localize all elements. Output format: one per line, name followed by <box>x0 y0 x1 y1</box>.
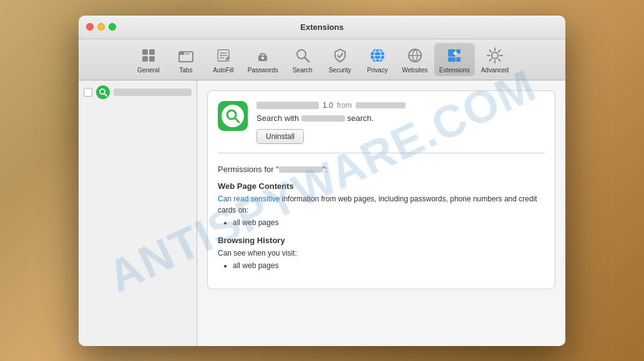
minimize-button[interactable] <box>97 23 105 31</box>
toolbar-item-privacy[interactable]: Privacy <box>359 43 396 76</box>
extension-search-bar <box>301 115 345 122</box>
desc-highlight-1: Can read sensitive <box>218 195 280 203</box>
search-with-text: Search with <box>256 113 299 123</box>
extensions-icon <box>444 46 464 65</box>
search-suffix: search. <box>347 113 374 123</box>
traffic-lights <box>86 23 116 31</box>
web-page-contents-title: Web Page Contents <box>218 181 545 191</box>
extension-header: 1.0 from Search with search. Uninstall <box>218 101 545 144</box>
svg-rect-5 <box>179 52 184 55</box>
toolbar-label-security: Security <box>329 67 351 74</box>
toolbar-label-privacy: Privacy <box>367 67 388 74</box>
divider <box>218 153 545 153</box>
extension-icon-inner <box>222 105 244 127</box>
main-window: Extensions General <box>79 16 565 346</box>
extension-from-bar <box>356 102 406 108</box>
toolbar-label-extensions: Extensions <box>439 67 470 74</box>
main-content: 1.0 from Search with search. Uninstall <box>197 80 565 346</box>
websites-icon <box>405 46 425 65</box>
svg-line-29 <box>104 94 107 96</box>
svg-point-12 <box>261 57 264 59</box>
web-page-contents-desc: Can read sensitive information from web … <box>218 193 545 216</box>
svg-point-27 <box>492 52 498 59</box>
extension-desc: Search with search. <box>256 113 545 123</box>
sidebar-extension-icon <box>96 85 110 99</box>
browsing-history-group: Browsing History Can see when you visit:… <box>218 236 545 270</box>
svg-rect-3 <box>149 56 155 62</box>
toolbar-item-search[interactable]: Search <box>285 43 321 76</box>
security-icon <box>330 46 350 65</box>
sidebar-item-name-bar <box>114 89 192 96</box>
svg-line-14 <box>305 57 309 62</box>
browsing-history-list-item: all web pages <box>233 261 545 270</box>
svg-rect-24 <box>456 57 461 62</box>
svg-line-31 <box>235 118 239 122</box>
extension-meta: 1.0 from <box>256 101 545 110</box>
toolbar-item-security[interactable]: Security <box>322 43 358 76</box>
extension-name-bar <box>256 102 319 109</box>
toolbar-item-passwords[interactable]: Passwords <box>243 43 283 76</box>
window-title: Extensions <box>300 22 343 32</box>
toolbar-label-advanced: Advanced <box>481 67 509 74</box>
extension-icon <box>218 101 248 131</box>
close-button[interactable] <box>86 23 94 31</box>
svg-rect-25 <box>448 57 456 62</box>
autofill-icon <box>213 46 233 65</box>
toolbar-label-general: General <box>137 67 160 74</box>
web-page-list-item: all web pages <box>233 218 545 227</box>
browsing-history-desc: Can see when you visit: <box>218 248 545 259</box>
browsing-history-title: Browsing History <box>218 236 545 245</box>
extension-version: 1.0 <box>323 101 333 110</box>
sidebar-toolbar <box>84 85 192 99</box>
svg-rect-1 <box>149 49 155 55</box>
maximize-button[interactable] <box>109 23 116 31</box>
permissions-for-bar <box>279 166 323 173</box>
svg-rect-2 <box>142 56 148 62</box>
permissions-for-prefix: Permissions for " <box>218 165 279 174</box>
toolbar-label-passwords: Passwords <box>248 67 278 74</box>
privacy-icon <box>368 46 388 65</box>
tabs-icon <box>176 46 196 65</box>
permissions-for-suffix: ": <box>323 165 328 174</box>
extension-panel: 1.0 from Search with search. Uninstall <box>207 90 555 289</box>
toolbar-label-tabs: Tabs <box>179 67 192 74</box>
search-toolbar-icon <box>293 46 313 65</box>
toolbar-label-search: Search <box>293 67 313 74</box>
toolbar: General Tabs <box>79 39 565 80</box>
desc-on: on: <box>238 206 249 214</box>
permissions-section: Permissions for "": Web Page Contents Ca… <box>218 162 545 270</box>
toolbar-label-autofill: AutoFill <box>213 67 233 74</box>
web-page-list: all web pages <box>218 218 545 227</box>
titlebar: Extensions <box>79 16 565 39</box>
extension-info: 1.0 from Search with search. Uninstall <box>256 101 545 144</box>
toolbar-label-websites: Websites <box>402 67 427 74</box>
general-icon <box>139 46 159 65</box>
sidebar <box>79 80 197 346</box>
passwords-icon <box>253 46 273 65</box>
toolbar-item-autofill[interactable]: AutoFill <box>205 43 242 76</box>
svg-rect-6 <box>185 52 190 55</box>
sidebar-checkbox[interactable] <box>84 88 92 97</box>
browsing-history-list: all web pages <box>218 261 545 270</box>
permissions-for-text: Permissions for "": <box>218 165 545 174</box>
advanced-icon <box>485 46 505 65</box>
content-area: 1.0 from Search with search. Uninstall <box>79 80 565 346</box>
web-page-contents-group: Web Page Contents Can read sensitive inf… <box>218 181 545 227</box>
uninstall-button[interactable]: Uninstall <box>256 129 304 144</box>
svg-rect-0 <box>142 49 148 55</box>
toolbar-item-advanced[interactable]: Advanced <box>476 43 514 76</box>
toolbar-item-general[interactable]: General <box>130 43 167 76</box>
toolbar-item-tabs[interactable]: Tabs <box>168 43 204 76</box>
extension-from-label: from <box>337 101 352 110</box>
toolbar-item-extensions[interactable]: Extensions <box>434 43 475 76</box>
toolbar-item-websites[interactable]: Websites <box>397 43 433 76</box>
